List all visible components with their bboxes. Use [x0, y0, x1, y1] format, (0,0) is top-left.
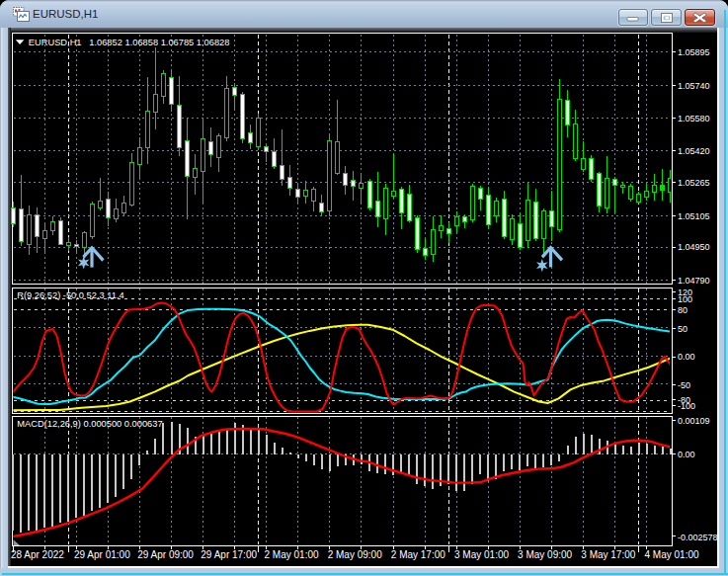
- svg-text:0.00: 0.00: [678, 450, 695, 459]
- svg-text:2 May 09:00: 2 May 09:00: [327, 549, 381, 560]
- svg-text:28 Apr 2022: 28 Apr 2022: [11, 549, 64, 560]
- svg-text:1.04950: 1.04950: [678, 242, 710, 252]
- svg-text:1.05265: 1.05265: [678, 178, 710, 188]
- svg-text:29 Apr 01:00: 29 Apr 01:00: [74, 549, 130, 560]
- svg-text:80: 80: [678, 305, 688, 315]
- svg-text:4 May 01:00: 4 May 01:00: [644, 549, 698, 560]
- svg-text:1.05580: 1.05580: [678, 114, 710, 123]
- svg-text:3 May 17:00: 3 May 17:00: [581, 549, 635, 560]
- svg-text:1.05420: 1.05420: [678, 146, 710, 156]
- svg-text:50: 50: [678, 324, 688, 334]
- svg-text:-50: -50: [678, 380, 690, 390]
- svg-text:2 May 17:00: 2 May 17:00: [390, 549, 445, 560]
- svg-text:R(9,26,52) -50.0 52.3 11.4: R(9,26,52) -50.0 52.3 11.4: [17, 290, 123, 300]
- svg-text:3 May 09:00: 3 May 09:00: [518, 549, 572, 560]
- svg-text:0.00: 0.00: [678, 352, 695, 362]
- svg-text:1.05105: 1.05105: [678, 211, 710, 221]
- svg-text:29 Apr 09:00: 29 Apr 09:00: [137, 549, 194, 560]
- svg-text:-100: -100: [678, 401, 695, 411]
- svg-text:1.04790: 1.04790: [678, 276, 710, 286]
- svg-text:EURUSD,H1 1.06852 1.06858 1.: EURUSD,H1 1.06852 1.06858 1.06785 1.0682…: [28, 38, 229, 47]
- svg-text:29 Apr 17:00: 29 Apr 17:00: [201, 549, 257, 560]
- svg-text:2 May 01:00: 2 May 01:00: [264, 549, 318, 560]
- svg-text:0.00109: 0.00109: [678, 416, 710, 426]
- svg-text:3 May 01:00: 3 May 01:00: [454, 549, 509, 560]
- svg-text:1.05895: 1.05895: [678, 47, 710, 57]
- svg-text:1.05740: 1.05740: [678, 81, 710, 91]
- svg-text:-0.002578: -0.002578: [678, 533, 717, 542]
- svg-text:MACD(12,26,9) 0.000500 0.00063: MACD(12,26,9) 0.000500 0.000637: [17, 419, 162, 429]
- svg-text:100: 100: [678, 294, 692, 304]
